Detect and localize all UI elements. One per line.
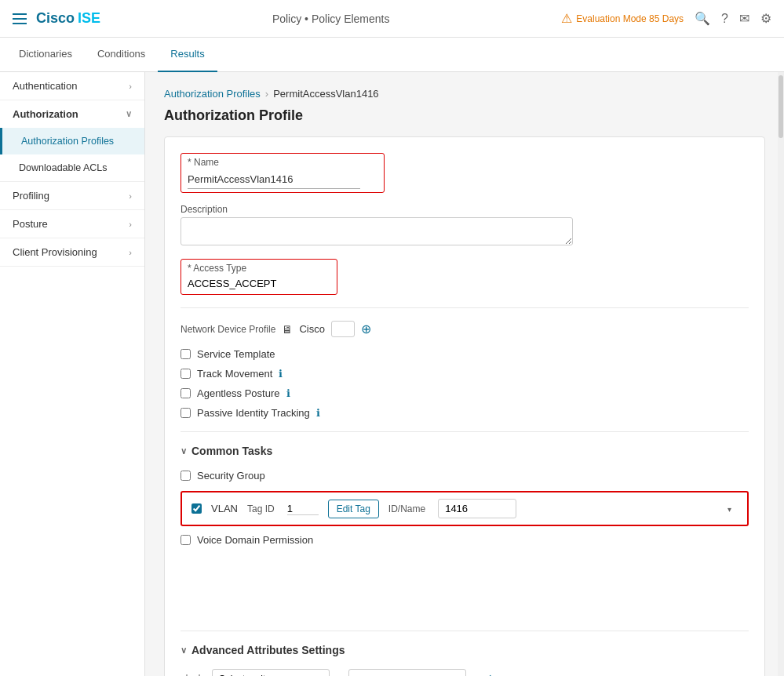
attr-item-select-wrapper: Select an item ▾ <box>212 669 330 676</box>
profile-add-icon[interactable]: ⊕ <box>361 322 371 336</box>
eval-text: Evaluation Mode 85 Days <box>576 13 684 24</box>
edit-tag-button[interactable]: Edit Tag <box>328 500 379 518</box>
adv-attrs-collapse-icon: ∨ <box>181 645 187 656</box>
common-tasks-content: Security Group VLAN Tag ID Edit Tag ID/N… <box>181 470 749 555</box>
agentless-posture-info-icon[interactable]: ℹ <box>286 387 290 399</box>
nav-right: ⚠ Evaluation Mode 85 Days 🔍 ? ✉ ⚙ <box>561 11 771 26</box>
vlan-checkbox[interactable] <box>191 503 202 514</box>
service-template-label: Service Template <box>197 348 275 360</box>
breadcrumb-parent-link[interactable]: Authorization Profiles <box>164 88 261 100</box>
description-input[interactable] <box>181 217 573 245</box>
sidebar-label-profiling: Profiling <box>13 190 49 202</box>
warning-icon: ⚠ <box>561 11 572 26</box>
eval-badge: ⚠ Evaluation Mode 85 Days <box>561 11 684 26</box>
service-template-row: Service Template <box>181 348 749 360</box>
breadcrumb-separator: › <box>265 88 268 100</box>
sidebar-label-posture: Posture <box>13 218 48 230</box>
common-tasks-collapse-icon: ∨ <box>181 446 187 456</box>
id-name-select[interactable]: 1416 <box>438 499 516 518</box>
sidebar-item-authorization[interactable]: Authorization ∨ <box>0 100 144 128</box>
passive-identity-checkbox[interactable] <box>181 408 191 418</box>
nav-left: Cisco ISE <box>13 10 100 27</box>
network-device-profile-label: Network Device Profile <box>181 324 275 335</box>
name-input[interactable] <box>188 170 360 189</box>
main-content: Authorization Profiles › PermitAccessVla… <box>145 72 784 676</box>
tab-conditions[interactable]: Conditions <box>85 38 158 72</box>
add-attr-button[interactable]: + <box>487 671 495 677</box>
sidebar-item-authorization-profiles[interactable]: Authorization Profiles <box>0 128 144 154</box>
track-movement-row: Track Movement ℹ <box>181 368 749 380</box>
brand-logo: Cisco ISE <box>36 10 100 27</box>
chevron-right-icon-client: › <box>129 248 132 257</box>
attr-item-select[interactable]: Select an item <box>212 669 330 676</box>
security-group-checkbox[interactable] <box>181 471 191 481</box>
sidebar-item-posture[interactable]: Posture › <box>0 210 144 238</box>
agentless-posture-checkbox[interactable] <box>181 388 191 398</box>
agentless-posture-row: Agentless Posture ℹ <box>181 387 749 399</box>
passive-identity-label: Passive Identity Tracking <box>197 407 310 419</box>
voice-domain-label: Voice Domain Permission <box>197 534 313 546</box>
track-movement-info-icon[interactable]: ℹ <box>279 368 283 380</box>
drag-handle-icon[interactable]: ⋮⋮ <box>181 672 206 677</box>
name-label: * Name <box>188 157 377 168</box>
scrollbar[interactable] <box>778 72 784 676</box>
chevron-right-icon-posture: › <box>129 220 132 229</box>
notifications-icon[interactable]: ✉ <box>739 11 749 26</box>
help-icon[interactable]: ? <box>721 12 728 26</box>
common-tasks-header[interactable]: ∨ Common Tasks <box>181 445 749 457</box>
adv-attrs-title: Advanced Attributes Settings <box>191 644 345 656</box>
sidebar-section-client-provisioning: Client Provisioning › <box>0 238 144 267</box>
access-type-select-wrapper: ACCESS_ACCEPT ACCESS_REJECT <box>188 276 321 291</box>
voice-domain-checkbox[interactable] <box>181 535 191 545</box>
id-name-select-wrapper: 1416 ▾ <box>438 499 738 518</box>
track-movement-checkbox[interactable] <box>181 369 191 379</box>
id-name-label: ID/Name <box>388 503 425 514</box>
security-group-row: Security Group <box>181 470 749 482</box>
chevron-down-icon: ∨ <box>126 109 132 119</box>
settings-icon[interactable]: ⚙ <box>760 11 771 26</box>
description-label: Description <box>181 204 573 215</box>
sidebar-section-posture: Posture › <box>0 210 144 238</box>
sidebar-label-authentication: Authentication <box>13 80 77 92</box>
profile-select-wrapper <box>331 321 355 337</box>
search-icon[interactable]: 🔍 <box>695 11 710 26</box>
scrollbar-thumb[interactable] <box>779 75 783 138</box>
tag-id-input[interactable] <box>287 503 319 515</box>
agentless-posture-label: Agentless Posture <box>197 387 280 399</box>
advanced-attributes-header[interactable]: ∨ Advanced Attributes Settings <box>181 644 749 656</box>
profile-row: Network Device Profile 🖥 Cisco ⊕ <box>181 321 749 337</box>
remove-attr-button[interactable]: − <box>472 672 480 676</box>
profile-value: Cisco <box>299 323 325 335</box>
attr-value-wrapper: ▾ <box>348 669 466 676</box>
hamburger-button[interactable] <box>13 13 27 24</box>
chevron-right-icon: › <box>129 82 132 91</box>
sidebar-item-downloadable-acls[interactable]: Downloadable ACLs <box>0 154 144 181</box>
tab-results[interactable]: Results <box>158 38 217 72</box>
sidebar-label-authorization: Authorization <box>13 108 78 120</box>
chevron-right-icon-profiling: › <box>129 191 132 201</box>
tag-id-label: Tag ID <box>247 503 275 514</box>
profile-select[interactable] <box>331 321 355 337</box>
sidebar-item-profiling[interactable]: Profiling › <box>0 182 144 209</box>
passive-identity-row: Passive Identity Tracking ℹ <box>181 407 749 419</box>
page-breadcrumb-title: Policy • Policy Elements <box>272 13 390 25</box>
sidebar-section-profiling: Profiling › <box>0 182 144 210</box>
breadcrumb-current: PermitAccessVlan1416 <box>273 88 378 100</box>
passive-identity-info-icon[interactable]: ℹ <box>316 407 320 419</box>
sidebar: Authentication › Authorization ∨ Authori… <box>0 72 145 676</box>
sidebar-item-client-provisioning[interactable]: Client Provisioning › <box>0 238 144 266</box>
service-template-checkbox[interactable] <box>181 349 191 359</box>
name-field-group: * Name <box>181 153 749 193</box>
track-movement-label: Track Movement <box>197 368 272 380</box>
common-tasks-title: Common Tasks <box>191 445 272 457</box>
access-type-label: * Access Type <box>188 263 330 274</box>
attr-value-select[interactable] <box>348 669 466 676</box>
form-card: * Name Description * Access Type ACCESS_… <box>164 136 765 676</box>
sidebar-item-authentication[interactable]: Authentication › <box>0 72 144 100</box>
access-type-select[interactable]: ACCESS_ACCEPT ACCESS_REJECT <box>188 276 321 291</box>
sub-nav: Dictionaries Conditions Results <box>0 38 784 72</box>
top-nav: Cisco ISE Policy • Policy Elements ⚠ Eva… <box>0 0 784 38</box>
page-title: Authorization Profile <box>164 107 765 124</box>
security-group-label: Security Group <box>197 470 265 482</box>
tab-dictionaries[interactable]: Dictionaries <box>6 38 85 72</box>
